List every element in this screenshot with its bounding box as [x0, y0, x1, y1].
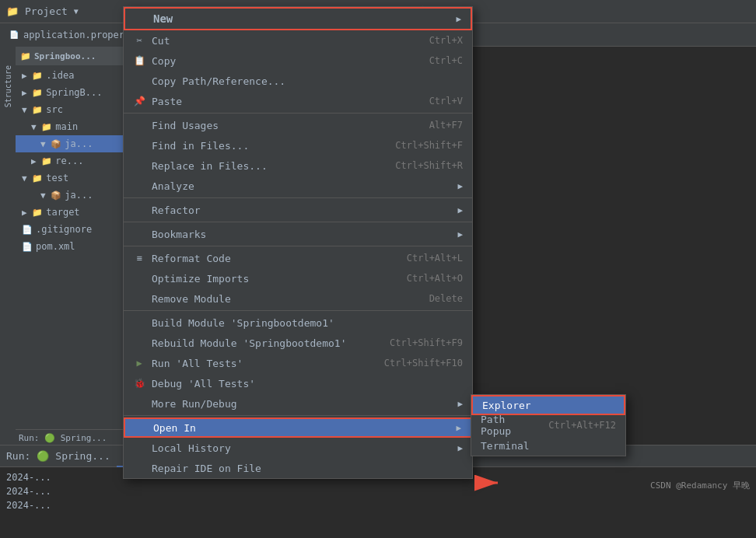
menu-label-run-tests: Run 'All Tests'	[152, 358, 243, 369]
menu-item-bookmarks[interactable]: Bookmarks ▶	[124, 224, 472, 244]
menu-label-copy: Copy	[152, 55, 176, 67]
menu-item-refactor[interactable]: Refactor ▶	[124, 200, 472, 220]
menu-label-cut: Cut	[152, 35, 170, 47]
menu-label-find-usages: Find Usages	[152, 120, 219, 131]
menu-label-debug-tests: Debug 'All Tests'	[152, 378, 255, 390]
submenu: Explorer Path Popup Ctrl+Alt+F12 Termina…	[471, 394, 626, 456]
menu-label-find-files: Find in Files...	[152, 140, 249, 152]
menu-item-open-in[interactable]: Open In ▶	[124, 417, 472, 438]
copy-icon: 📋	[133, 55, 145, 66]
more-run-arrow: ▶	[457, 399, 463, 409]
menu-label-reformat: Reformat Code	[152, 253, 231, 264]
refactor-arrow: ▶	[457, 205, 463, 215]
menu-label-analyze: Analyze	[152, 180, 194, 192]
separator-2	[124, 197, 472, 198]
menu-item-new[interactable]: New ▶	[124, 7, 472, 30]
menu-item-remove-module[interactable]: Remove Module Delete	[124, 288, 472, 309]
remove-module-shortcut: Delete	[429, 293, 463, 304]
menu-item-build[interactable]: Build Module 'Springbootdemo1'	[124, 313, 472, 333]
submenu-label-path-popup: Path Popup	[481, 414, 533, 437]
menu-label-open-in: Open In	[153, 422, 196, 434]
analyze-arrow: ▶	[457, 181, 463, 191]
context-menu: New ▶ ✂ Cut Ctrl+X 📋 Copy Ctrl+C Copy Pa…	[123, 6, 473, 479]
menu-label-remove-module: Remove Module	[152, 293, 231, 305]
bookmarks-arrow: ▶	[457, 229, 463, 239]
copy-shortcut: Ctrl+C	[429, 55, 463, 66]
menu-label-more-run: More Run/Debug	[152, 398, 237, 410]
reformat-icon: ≡	[133, 253, 145, 264]
separator-3	[124, 222, 472, 222]
menu-item-analyze[interactable]: Analyze ▶	[124, 176, 472, 196]
menu-item-copy-path[interactable]: Copy Path/Reference...	[124, 71, 472, 91]
menu-item-local-history[interactable]: Local History ▶	[124, 438, 472, 458]
menu-item-repair-ide[interactable]: Repair IDE on File	[124, 458, 472, 478]
separator-6	[124, 415, 472, 416]
menu-item-cut[interactable]: ✂ Cut Ctrl+X	[124, 30, 472, 51]
find-usages-shortcut: Alt+F7	[429, 120, 463, 131]
menu-label-refactor: Refactor	[152, 204, 201, 216]
cut-shortcut: Ctrl+X	[429, 35, 463, 46]
path-popup-shortcut: Ctrl+Alt+F12	[548, 420, 616, 431]
paste-icon: 📌	[133, 96, 145, 107]
separator-1	[124, 113, 472, 114]
open-in-arrow: ▶	[456, 423, 461, 433]
menu-label-replace-files: Replace in Files...	[152, 160, 268, 172]
run-tests-shortcut: Ctrl+Shift+F10	[384, 358, 463, 369]
run-icon: ▶	[133, 358, 145, 369]
reformat-shortcut: Ctrl+Alt+L	[407, 253, 463, 264]
cut-icon: ✂	[133, 35, 145, 46]
separator-5	[124, 310, 472, 311]
find-files-shortcut: Ctrl+Shift+F	[395, 140, 463, 151]
debug-icon: 🐞	[133, 378, 145, 389]
submenu-item-terminal[interactable]: Terminal	[471, 435, 625, 456]
submenu-item-explorer[interactable]: Explorer	[471, 395, 625, 415]
menu-item-optimize[interactable]: Optimize Imports Ctrl+Alt+O	[124, 268, 472, 288]
replace-files-shortcut: Ctrl+Shift+R	[395, 160, 463, 171]
menu-item-find-usages[interactable]: Find Usages Alt+F7	[124, 115, 472, 135]
menu-item-debug-tests[interactable]: 🐞 Debug 'All Tests'	[124, 373, 472, 393]
rebuild-shortcut: Ctrl+Shift+F9	[390, 337, 463, 348]
menu-label-new: New	[153, 12, 173, 25]
menu-item-find-files[interactable]: Find in Files... Ctrl+Shift+F	[124, 135, 472, 155]
menu-item-replace-files[interactable]: Replace in Files... Ctrl+Shift+R	[124, 155, 472, 176]
csdn-watermark: CSDN @Redamancy 早晚	[650, 480, 750, 491]
paste-shortcut: Ctrl+V	[429, 96, 463, 107]
menu-label-build: Build Module 'Springbootdemo1'	[152, 317, 334, 329]
submenu-label-terminal: Terminal	[481, 440, 530, 452]
new-arrow: ▶	[456, 14, 461, 24]
menu-item-paste[interactable]: 📌 Paste Ctrl+V	[124, 91, 472, 111]
submenu-label-explorer: Explorer	[482, 400, 531, 411]
local-history-arrow: ▶	[457, 443, 463, 453]
menu-item-copy[interactable]: 📋 Copy Ctrl+C	[124, 51, 472, 71]
submenu-item-path-popup[interactable]: Path Popup Ctrl+Alt+F12	[471, 415, 625, 435]
context-menu-overlay: New ▶ ✂ Cut Ctrl+X 📋 Copy Ctrl+C Copy Pa…	[0, 0, 756, 538]
menu-label-paste: Paste	[152, 96, 182, 107]
menu-label-copy-path: Copy Path/Reference...	[152, 75, 285, 87]
menu-item-rebuild[interactable]: Rebuild Module 'Springbootdemo1' Ctrl+Sh…	[124, 333, 472, 353]
optimize-shortcut: Ctrl+Alt+O	[407, 273, 463, 284]
menu-label-local-history: Local History	[152, 442, 231, 454]
menu-label-bookmarks: Bookmarks	[152, 229, 206, 240]
separator-4	[124, 246, 472, 246]
menu-item-more-run[interactable]: More Run/Debug ▶	[124, 393, 472, 414]
menu-item-reformat[interactable]: ≡ Reformat Code Ctrl+Alt+L	[124, 248, 472, 268]
menu-item-run-tests[interactable]: ▶ Run 'All Tests' Ctrl+Shift+F10	[124, 353, 472, 373]
menu-label-rebuild: Rebuild Module 'Springbootdemo1'	[152, 337, 346, 349]
menu-label-repair-ide: Repair IDE on File	[152, 463, 261, 474]
menu-label-optimize: Optimize Imports	[152, 273, 249, 285]
